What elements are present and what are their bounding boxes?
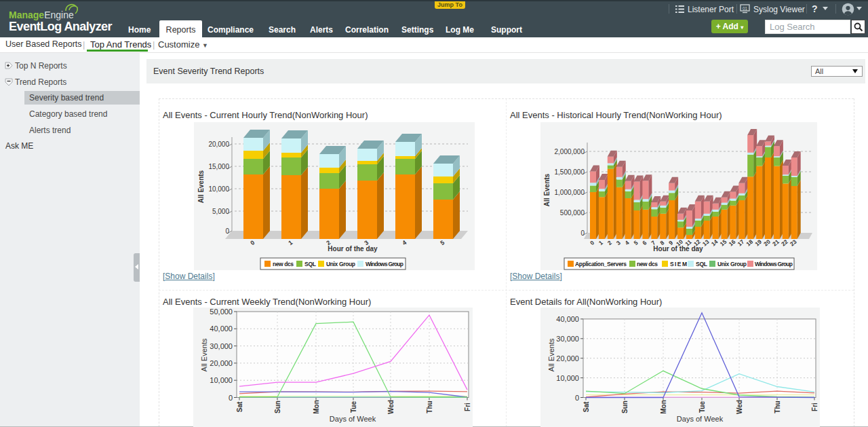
svg-text:Sat: Sat — [236, 401, 243, 412]
svg-text:SQL: SQL — [696, 261, 707, 267]
svg-text:0: 0 — [229, 394, 233, 402]
svg-text:Sun: Sun — [274, 401, 281, 413]
svg-text:10,000: 10,000 — [208, 185, 229, 193]
svg-text:Application_Servers: Application_Servers — [575, 261, 627, 267]
svg-text:Tue: Tue — [350, 401, 357, 413]
svg-text:Wed: Wed — [387, 400, 395, 414]
svg-text:10,000: 10,000 — [210, 376, 233, 384]
svg-text:SQL: SQL — [304, 261, 316, 267]
svg-text:Thu: Thu — [426, 401, 433, 413]
svg-text:500,000: 500,000 — [560, 209, 585, 217]
svg-text:30,000: 30,000 — [556, 335, 579, 343]
svg-text:Hour of the day: Hour of the day — [653, 245, 703, 253]
svg-text:40,000: 40,000 — [210, 324, 233, 333]
svg-text:new dcs: new dcs — [273, 261, 294, 267]
svg-text:All Events: All Events — [547, 338, 555, 371]
svg-text:50,000: 50,000 — [210, 308, 233, 316]
svg-text:All Events: All Events — [197, 170, 205, 203]
svg-text:Mon: Mon — [660, 400, 667, 414]
svg-text:SIEM: SIEM — [670, 261, 687, 267]
svg-text:01: 01 — [743, 6, 748, 11]
svg-text:Sun: Sun — [621, 401, 629, 413]
svg-text:0: 0 — [575, 394, 579, 402]
svg-text:All Events: All Events — [200, 338, 208, 371]
svg-text:10,000: 10,000 — [556, 374, 579, 382]
svg-text:0: 0 — [225, 227, 229, 235]
svg-text:40,000: 40,000 — [556, 315, 579, 323]
svg-text:Windows Group: Windows Group — [755, 261, 793, 267]
svg-text:Fri: Fri — [811, 403, 818, 411]
svg-text:Days of Week: Days of Week — [330, 415, 376, 423]
svg-text:20,000: 20,000 — [208, 141, 229, 148]
svg-text:20,000: 20,000 — [210, 359, 233, 367]
svg-text:2,000,000: 2,000,000 — [555, 148, 585, 155]
svg-text:Fri: Fri — [464, 403, 471, 411]
svg-text:Thu: Thu — [774, 401, 781, 413]
svg-text:20,000: 20,000 — [556, 354, 579, 363]
svg-text:Windows Group: Windows Group — [366, 261, 403, 267]
svg-text:1,500,000: 1,500,000 — [555, 168, 585, 176]
svg-text:30,000: 30,000 — [210, 342, 233, 350]
svg-text:Hour of the day: Hour of the day — [328, 245, 378, 253]
svg-text:Days of Week: Days of Week — [677, 415, 724, 423]
svg-text:All Events: All Events — [543, 173, 551, 206]
svg-text:Tue: Tue — [698, 401, 706, 413]
svg-text:Sat: Sat — [583, 401, 590, 412]
svg-text:Unix Group: Unix Group — [326, 261, 355, 267]
svg-text:new dcs: new dcs — [637, 261, 658, 267]
svg-text:15,000: 15,000 — [208, 163, 229, 170]
svg-text:1,000,000: 1,000,000 — [555, 189, 585, 196]
svg-text:0: 0 — [580, 229, 585, 237]
svg-text:Mon: Mon — [313, 400, 320, 414]
svg-text:5,000: 5,000 — [212, 208, 229, 215]
svg-text:Wed: Wed — [736, 400, 743, 414]
svg-text:Unix Group: Unix Group — [717, 261, 747, 267]
